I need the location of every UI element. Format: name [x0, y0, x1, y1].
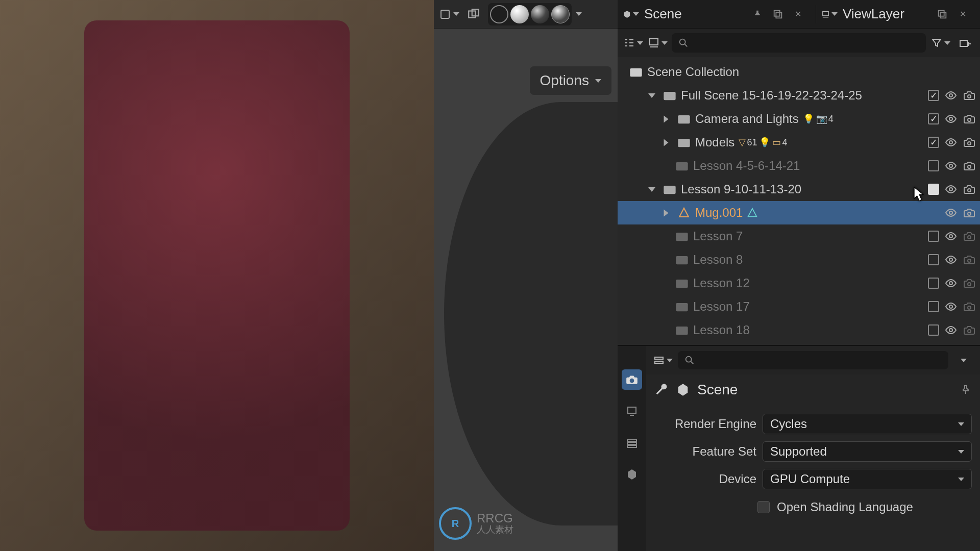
delete-scene-button[interactable]: ✕ — [789, 5, 807, 23]
shading-rendered-button[interactable] — [551, 5, 570, 23]
properties-tab-scene[interactable] — [622, 464, 642, 485]
svg-rect-3 — [776, 12, 781, 18]
exclude-checkbox[interactable] — [928, 278, 939, 289]
exclude-checkbox[interactable] — [928, 254, 939, 265]
svg-point-40 — [968, 306, 971, 309]
exclude-checkbox[interactable] — [928, 231, 939, 242]
hide-render-toggle[interactable] — [963, 183, 976, 196]
disclosure-triangle-icon[interactable] — [648, 93, 655, 98]
outliner-row[interactable]: Lesson 8 — [618, 248, 980, 271]
hide-viewport-toggle[interactable] — [944, 136, 958, 149]
properties-type-dropdown[interactable] — [652, 350, 673, 370]
outliner-row[interactable]: Full Scene 15-16-19-22-23-24-25 — [618, 84, 980, 107]
hide-viewport-toggle[interactable] — [944, 89, 958, 102]
exclude-checkbox[interactable] — [928, 90, 939, 101]
toggle-xray-button[interactable] — [463, 4, 484, 24]
pin-icon[interactable] — [748, 5, 767, 23]
chevron-down-icon — [958, 478, 964, 481]
chevron-down-icon[interactable] — [576, 12, 582, 16]
hide-render-toggle[interactable] — [963, 89, 976, 102]
hide-viewport-toggle[interactable] — [944, 277, 958, 290]
pin-icon[interactable] — [960, 384, 972, 396]
disclosure-triangle-icon[interactable] — [664, 139, 669, 146]
svg-point-50 — [686, 357, 692, 362]
outliner-tree[interactable]: Scene CollectionFull Scene 15-16-19-22-2… — [618, 57, 980, 345]
delete-viewlayer-button[interactable]: ✕ — [953, 5, 972, 23]
outliner-row-label: Lesson 18 — [693, 323, 750, 337]
hide-viewport-toggle[interactable] — [944, 323, 958, 337]
chevron-down-icon — [944, 41, 950, 45]
outliner-row[interactable]: Lesson 17 — [618, 295, 980, 318]
hide-render-toggle[interactable] — [963, 323, 976, 337]
properties-search-input[interactable] — [678, 351, 948, 369]
outliner-row[interactable]: Lesson 12 — [618, 271, 980, 295]
watermark-line1: RRCG — [477, 512, 513, 525]
copy-scene-button[interactable] — [769, 5, 787, 23]
outliner-row[interactable]: Mug.001 — [618, 201, 980, 224]
hide-render-toggle[interactable] — [963, 159, 976, 172]
outliner-new-collection-button[interactable] — [954, 33, 975, 53]
outliner-row[interactable]: Lesson 7 — [618, 224, 980, 248]
chevron-down-icon — [961, 359, 967, 362]
viewlayer-icon[interactable] — [821, 6, 838, 22]
exclude-checkbox[interactable] — [928, 324, 939, 336]
exclude-checkbox[interactable] — [928, 301, 939, 312]
osl-checkbox[interactable] — [757, 501, 770, 513]
properties-tab-render[interactable] — [622, 369, 642, 390]
copy-viewlayer-button[interactable] — [933, 5, 951, 23]
hide-render-toggle[interactable] — [963, 206, 976, 219]
hide-render-toggle[interactable] — [963, 136, 976, 149]
property-select[interactable]: Supported — [763, 441, 972, 462]
exclude-checkbox[interactable] — [928, 160, 939, 171]
property-select[interactable]: GPU Compute — [763, 469, 972, 489]
scene-icon[interactable] — [623, 6, 639, 22]
shading-solid-button[interactable] — [510, 5, 529, 23]
properties-tab-viewlayer[interactable] — [622, 433, 642, 453]
viewlayer-name-field[interactable]: ViewLayer — [843, 6, 925, 22]
properties-options-dropdown[interactable] — [953, 350, 974, 370]
outliner-row-label: Scene Collection — [647, 65, 739, 79]
exclude-checkbox[interactable] — [928, 113, 939, 124]
outliner-search-input[interactable] — [672, 33, 926, 53]
hide-viewport-toggle[interactable] — [944, 253, 958, 266]
scene-name-field[interactable]: Scene — [644, 6, 740, 22]
outliner-filter-dropdown[interactable] — [930, 33, 950, 53]
properties-tab-output[interactable] — [622, 401, 642, 421]
hide-viewport-toggle[interactable] — [944, 183, 958, 196]
outliner-row[interactable]: Lesson 9-10-11-13-20 — [618, 178, 980, 201]
hide-render-toggle[interactable] — [963, 230, 976, 243]
hide-viewport-toggle[interactable] — [944, 300, 958, 313]
property-select[interactable]: Cycles — [763, 414, 972, 434]
exclude-checkbox[interactable] — [928, 184, 939, 195]
outliner-row[interactable]: Lesson 18 — [618, 318, 980, 342]
shading-wireframe-button[interactable] — [490, 5, 508, 23]
outliner-row[interactable]: Lesson 4-5-6-14-21 — [618, 154, 980, 178]
outliner-row-badges: ▽61💡▭4 — [739, 137, 787, 148]
right-panel: Scene ✕ ViewLayer ✕ — [618, 0, 980, 551]
hide-viewport-toggle[interactable] — [944, 159, 958, 172]
hide-viewport-toggle[interactable] — [944, 206, 958, 219]
hide-viewport-toggle[interactable] — [944, 230, 958, 243]
outliner-root-row[interactable]: Scene Collection — [618, 60, 980, 84]
svg-point-22 — [949, 164, 952, 167]
hide-render-toggle[interactable] — [963, 277, 976, 290]
hide-render-toggle[interactable] — [963, 300, 976, 313]
outliner-view-dropdown[interactable] — [647, 33, 668, 53]
disclosure-triangle-icon[interactable] — [648, 187, 655, 192]
hide-render-toggle[interactable] — [963, 112, 976, 126]
outliner-row[interactable]: Models▽61💡▭4 — [618, 131, 980, 154]
property-label: Device — [654, 472, 756, 486]
svg-point-27 — [949, 211, 952, 214]
viewport-options-dropdown[interactable]: Options — [530, 66, 612, 95]
toggle-overlays-button[interactable] — [439, 4, 459, 24]
shading-material-preview-button[interactable] — [531, 5, 549, 23]
exclude-checkbox[interactable] — [928, 137, 939, 148]
hide-render-toggle[interactable] — [963, 253, 976, 266]
outliner-row[interactable]: Camera and Lights💡📷4 — [618, 107, 980, 131]
watermark-badge-icon: R — [439, 507, 472, 540]
disclosure-triangle-icon[interactable] — [664, 115, 669, 122]
hide-viewport-toggle[interactable] — [944, 112, 958, 126]
outliner-display-mode-dropdown[interactable] — [623, 33, 643, 53]
disclosure-triangle-icon[interactable] — [664, 209, 669, 216]
svg-rect-0 — [441, 10, 449, 18]
